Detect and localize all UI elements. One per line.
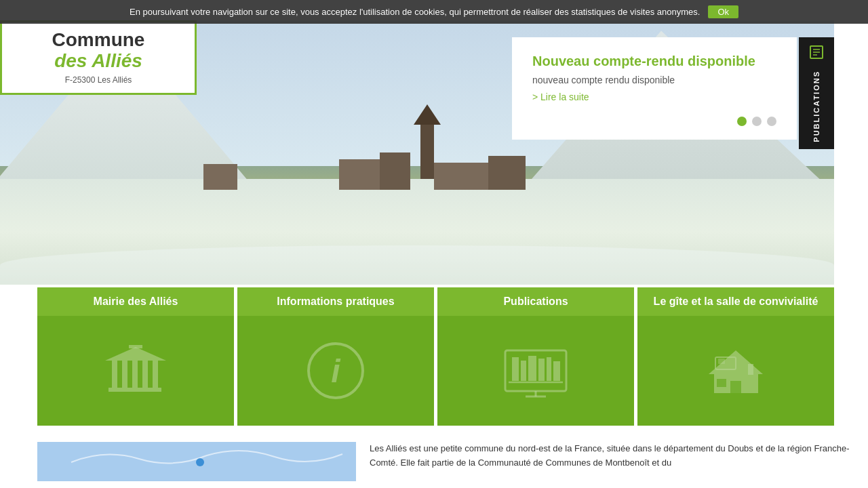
publications-icon [437, 316, 634, 426]
svg-rect-5 [122, 361, 127, 388]
cookie-message: En poursuivant votre navigation sur ce s… [130, 7, 700, 17]
svg-rect-6 [132, 361, 138, 388]
slideshow-dot-3[interactable] [767, 117, 776, 126]
building-3 [434, 163, 488, 190]
svg-rect-7 [142, 361, 148, 388]
logo-allies-text: des Alliés [54, 49, 142, 73]
publications-tab[interactable]: PUBLICATIONS [799, 37, 834, 149]
svg-rect-15 [512, 357, 519, 381]
nav-card-gite-title: Le gîte et la salle de convivialité [637, 287, 834, 316]
svg-rect-27 [717, 379, 726, 387]
slideshow-dot-2[interactable] [752, 117, 762, 126]
building-1 [339, 159, 380, 190]
slideshow-text: nouveau compte rendu disponible [532, 75, 776, 85]
svg-rect-20 [553, 361, 560, 381]
svg-text:i: i [331, 353, 341, 389]
svg-marker-10 [105, 347, 166, 361]
svg-rect-11 [129, 345, 142, 348]
bottom-section: Les Alliés est une petite commune du nor… [0, 435, 868, 488]
info-icon: i [237, 316, 434, 426]
slideshow-dot-1[interactable] [737, 117, 747, 126]
nav-card-publications[interactable]: Publications [437, 287, 634, 426]
cookie-banner: En poursuivant votre navigation sur ce s… [0, 0, 868, 24]
svg-rect-16 [521, 361, 526, 381]
svg-rect-28 [748, 364, 753, 375]
svg-point-32 [196, 458, 204, 466]
svg-rect-30 [718, 359, 725, 364]
nav-card-infos-title: Informations pratiques [237, 287, 434, 316]
svg-rect-8 [153, 361, 158, 388]
slideshow-dots [532, 117, 776, 126]
building-2 [380, 152, 410, 190]
svg-rect-18 [538, 359, 545, 381]
building-4 [488, 156, 526, 190]
logo-commune-text: Commune [52, 30, 145, 49]
nav-cards: Mairie des Alliés Informations pratiques [37, 287, 834, 426]
nav-card-publications-title: Publications [437, 287, 634, 316]
svg-rect-4 [112, 361, 117, 388]
logo-address: F-25300 Les Alliés [65, 75, 132, 85]
church-steeple [420, 125, 434, 179]
building-5 [203, 164, 237, 190]
publications-tab-label: PUBLICATIONS [812, 70, 821, 142]
mairie-icon [37, 316, 234, 426]
slideshow-title: Nouveau compte-rendu disponible [532, 54, 776, 69]
nav-card-mairie[interactable]: Mairie des Alliés [37, 287, 234, 426]
nav-card-infos[interactable]: Informations pratiques i [237, 287, 434, 426]
bottom-description: Les Alliés est une petite commune du nor… [356, 442, 868, 481]
gite-icon [637, 316, 834, 426]
svg-rect-9 [108, 388, 161, 392]
svg-rect-17 [528, 356, 536, 381]
snow-ground [0, 245, 834, 285]
svg-rect-26 [730, 381, 741, 393]
nav-card-gite[interactable]: Le gîte et la salle de convivialité [637, 287, 834, 426]
publications-tab-icon [808, 44, 825, 64]
slideshow-read-more-link[interactable]: > Lire la suite [532, 92, 589, 102]
cookie-ok-button[interactable]: Ok [708, 5, 738, 18]
svg-rect-19 [547, 357, 551, 381]
nav-card-mairie-title: Mairie des Alliés [37, 287, 234, 316]
bottom-map [37, 442, 356, 481]
site-logo: Commune des Alliés F-25300 Les Alliés [0, 20, 197, 95]
slideshow-panel: Nouveau compte-rendu disponible nouveau … [512, 37, 797, 140]
